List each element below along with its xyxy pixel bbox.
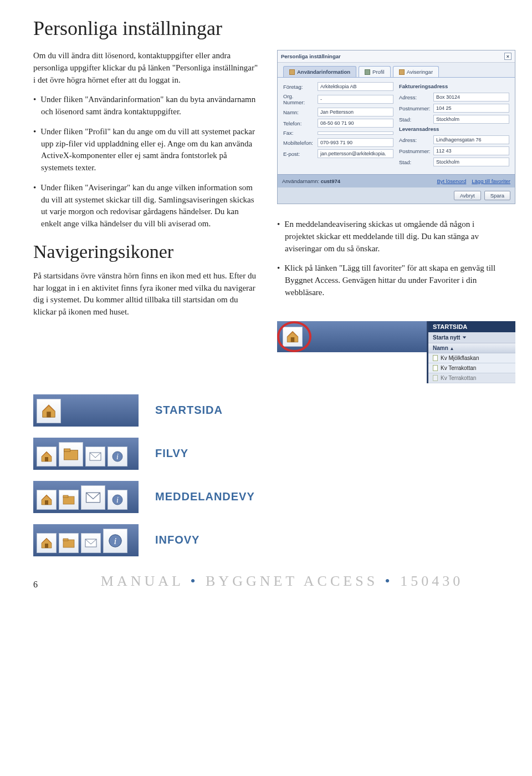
iconbar-filvy [33,438,139,470]
starta-nytt-label: Starta nytt [433,334,460,341]
label: Adress: [399,137,431,143]
left-bullet-list: Under fliken "Användarinformation" kan d… [33,94,260,230]
delivery-address-field[interactable]: Lindhagensgatan 76 [433,135,509,144]
label: Fax: [283,130,315,136]
label-startsida: STARTSIDA [155,404,223,417]
label-filvy: FILVY [155,447,188,460]
name-field[interactable]: Jan Pettersson [318,108,393,116]
startpage-screenshot: STARTSIDA Starta nytt Namn ▲ Kv Mjölkfla… [277,321,515,383]
fax-field[interactable] [318,131,393,135]
tab-label: Profil [372,69,385,75]
company-field[interactable]: Arkitektkopia AB [318,82,393,91]
folder-icon[interactable] [59,533,79,553]
nav-paragraph: På startsidans övre vänstra hörn finns e… [33,270,260,318]
info-icon[interactable] [103,529,127,553]
section-faktureringsadress: Faktureringsadress [399,83,509,89]
mail-icon[interactable] [85,447,105,466]
info-icon[interactable] [108,447,127,466]
bell-icon [399,69,405,75]
page-heading: Personliga inställningar [33,17,504,40]
delivery-zip-field[interactable]: 112 43 [433,146,509,155]
list-item: Under fliken "Användarinformation" kan d… [33,94,260,118]
dialog-title: Personliga inställningar [281,53,341,59]
add-favorites-link[interactable]: Lägg till favoriter [472,178,510,184]
profile-icon [365,69,370,75]
footer-word: 150430 [400,573,463,589]
list-item: Under fliken "Profil" kan du ange om du … [33,126,260,174]
folder-icon[interactable] [59,442,83,466]
orgnr-field[interactable]: - [318,95,393,104]
label-infovy: INFOVY [155,534,200,546]
invoice-address-field[interactable]: Box 30124 [433,93,509,102]
footer-word: MANUAL [101,573,183,589]
label: Org. Nummer: [283,93,315,105]
username-value: cust974 [321,178,340,184]
list-item: En meddelandeavisering skickas ut omgåen… [277,219,504,255]
iconbar-infovy [33,524,139,556]
label: Telefon: [283,120,315,126]
tab-label: Aviseringar [407,69,433,75]
mail-icon[interactable] [81,485,105,510]
label: Adress: [399,94,431,100]
invoice-zip-field[interactable]: 104 25 [433,104,509,113]
home-icon[interactable] [37,447,57,466]
delivery-city-field[interactable]: Stockholm [433,158,509,166]
list-item: Under fliken "Aviseringar" kan du ange v… [33,182,260,230]
tab-anvandarinfo[interactable]: Användarinformation [283,66,356,77]
chevron-down-icon [462,335,467,339]
dot-icon: • [190,573,198,589]
row-label: Kv Mjölkflaskan [441,355,479,361]
page-number: 6 [33,580,38,590]
save-button[interactable]: Spara [484,191,510,200]
user-icon [289,69,295,75]
mail-icon[interactable] [81,533,101,553]
list-item: Klick på länken "Lägg till favoriter" fö… [277,262,504,298]
home-icon[interactable] [37,533,57,553]
label: E-post: [283,151,315,157]
label: Postnummer: [399,105,431,111]
iconbar-startsida [33,394,139,427]
starta-nytt-button[interactable]: Starta nytt [428,332,515,343]
home-icon[interactable] [37,490,57,510]
label: Företag: [283,84,315,90]
row-label: Kv Terrakottan [441,375,476,381]
list-item[interactable]: Kv Terrakottan [428,373,515,383]
section-leveransadress: Leveransadress [399,126,509,132]
invoice-city-field[interactable]: Stockholm [433,115,509,124]
document-icon [433,355,438,361]
startsida-header: STARTSIDA [428,321,515,332]
dot-icon: • [385,573,393,589]
label-meddelandevy: MEDDELANDEVY [155,490,255,503]
tab-label: Användarinformation [297,69,350,75]
phone-field[interactable]: 08-50 60 71 90 [318,119,393,128]
label: Användarnamn: [282,178,319,184]
label: Stad: [399,116,431,123]
document-icon [433,365,438,371]
document-icon [433,375,438,381]
tab-profil[interactable]: Profil [359,66,391,77]
label: Mobiltelefon: [283,140,315,146]
tab-aviseringar[interactable]: Aviseringar [393,66,439,77]
list-item[interactable]: Kv Terrakottan [428,363,515,373]
footer-text: MANUAL • BYGGNET ACCESS • 150430 [60,573,504,590]
list-item[interactable]: Kv Mjölkflaskan [428,353,515,363]
email-field[interactable]: jan.pettersson@arkitektkopia. [318,149,393,158]
label: Namn: [283,109,315,115]
label: Stad: [399,159,431,165]
mobile-field[interactable]: 070-993 71 90 [318,138,393,147]
iconbar-meddelandevy [33,481,139,513]
row-label: Kv Terrakottan [441,365,476,371]
cancel-button[interactable]: Avbryt [454,191,481,200]
column-header-name[interactable]: Namn ▲ [428,343,515,353]
change-password-link[interactable]: Byt lösenord [437,178,466,184]
close-icon[interactable]: × [504,53,511,60]
footer-word: BYGGNET ACCESS [206,573,378,589]
info-icon[interactable] [108,490,127,510]
home-icon[interactable] [283,327,303,347]
right-bullet-list: En meddelandeavisering skickas ut omgåen… [277,219,504,299]
nav-heading: Navigeringsikoner [33,241,260,262]
intro-paragraph: Om du vill ändra ditt lösenord, kontaktu… [33,50,260,86]
column-header-label: Namn [433,345,448,351]
folder-icon[interactable] [59,490,79,510]
home-icon[interactable] [37,399,61,423]
